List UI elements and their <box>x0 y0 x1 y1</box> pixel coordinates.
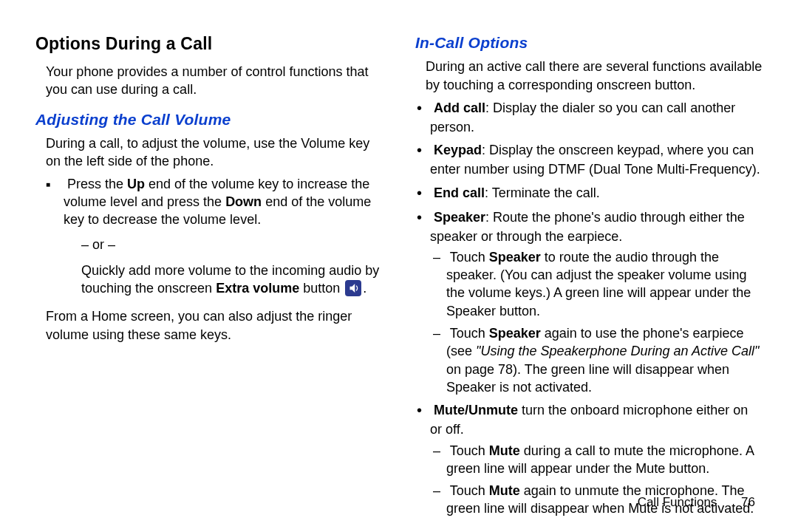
footer-page-number: 76 <box>741 495 755 509</box>
body-paragraph: Quickly add more volume to the incoming … <box>81 262 383 298</box>
section-heading: Options During a Call <box>35 33 383 55</box>
body-paragraph: From a Home screen, you can also adjust … <box>46 307 383 344</box>
subsection-heading: Adjusting the Call Volume <box>35 109 383 130</box>
feature-list: Add call: Display the dialer so you can … <box>430 98 763 518</box>
sub-feature-item: Touch Mute during a call to mute the mic… <box>446 442 763 478</box>
instruction-item: Press the Up end of the volume key to in… <box>64 175 383 229</box>
feature-item: Speaker: Route the phone's audio through… <box>430 208 763 397</box>
extra-volume-icon <box>345 280 361 296</box>
subsection-heading: In-Call Options <box>415 33 763 53</box>
intro-paragraph: During an active call there are several … <box>426 58 763 94</box>
divider-or: – or – <box>81 236 383 253</box>
instruction-list: Press the Up end of the volume key to in… <box>64 175 383 229</box>
sub-feature-item: Touch Speaker to route the audio through… <box>446 248 763 320</box>
body-paragraph: During a call, to adjust the volume, use… <box>46 134 383 171</box>
sub-feature-list: Touch Speaker to route the audio through… <box>446 248 763 396</box>
page-footer: Call Functions 76 <box>638 494 755 511</box>
left-column: Options During a Call Your phone provide… <box>35 33 383 483</box>
feature-item: Add call: Display the dialer so you can … <box>430 98 763 136</box>
intro-paragraph: Your phone provides a number of control … <box>46 63 383 99</box>
footer-section-name: Call Functions <box>638 495 717 509</box>
right-column: In-Call Options During an active call th… <box>415 33 763 483</box>
sub-feature-item: Touch Speaker again to use the phone's e… <box>446 324 763 396</box>
feature-item: Keypad: Display the onscreen keypad, whe… <box>430 140 763 178</box>
feature-item: End call: Terminate the call. <box>430 183 763 203</box>
